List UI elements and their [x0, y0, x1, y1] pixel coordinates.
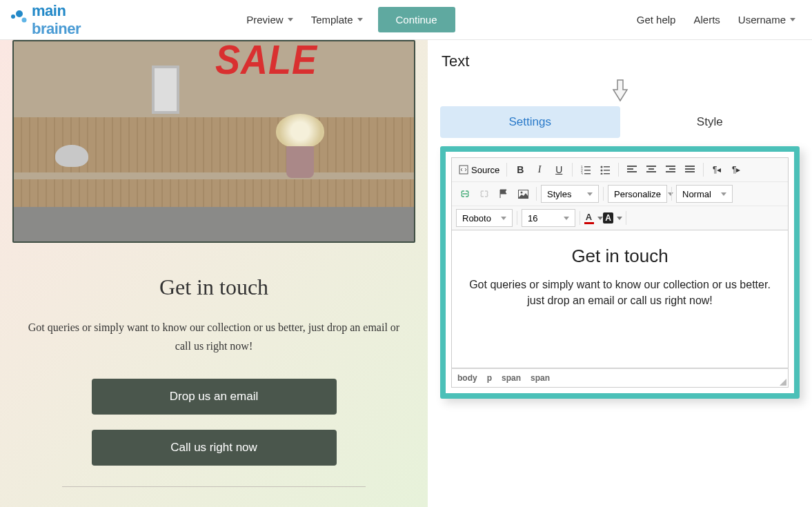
align-center-button[interactable] — [642, 161, 660, 179]
align-center-icon — [646, 166, 656, 174]
tabs: Settings Style — [440, 106, 800, 138]
resize-grip-icon[interactable] — [780, 379, 786, 386]
rtl-button[interactable]: ¶▸ — [727, 161, 745, 179]
font-size-dropdown[interactable]: 16 — [522, 209, 575, 227]
logo-text: mainbrainer — [32, 2, 81, 38]
preview-pane: SALE Get in touch Got queries or simply … — [0, 40, 428, 507]
get-help-link[interactable]: Get help — [637, 14, 676, 26]
alerts-link[interactable]: Alerts — [693, 14, 720, 26]
styles-dropdown[interactable]: Styles — [541, 185, 599, 203]
anchor-button[interactable] — [495, 185, 513, 203]
editor-content[interactable]: Get in touch Got queries or simply want … — [451, 230, 789, 368]
editor-heading: Get in touch — [463, 246, 777, 267]
image-button[interactable] — [514, 185, 532, 203]
template-dropdown[interactable]: Template — [308, 8, 366, 31]
underline-button[interactable]: U — [550, 161, 568, 179]
preview-dropdown[interactable]: Preview — [244, 8, 295, 31]
editor-highlight-frame: Source B I U 123 — [440, 146, 800, 399]
chevron-down-icon — [790, 18, 795, 21]
svg-point-29 — [520, 191, 522, 193]
username-dropdown[interactable]: Username — [738, 14, 795, 26]
svg-rect-22 — [666, 166, 675, 167]
logo[interactable]: mainbrainer — [8, 2, 81, 38]
logo-dots-icon — [8, 10, 28, 30]
main-split: SALE Get in touch Got queries or simply … — [0, 40, 812, 507]
svg-rect-19 — [646, 166, 656, 167]
svg-point-12 — [600, 170, 602, 172]
align-justify-button[interactable] — [681, 161, 699, 179]
svg-rect-15 — [604, 173, 610, 175]
call-button[interactable]: Call us right now — [92, 430, 337, 466]
svg-rect-27 — [685, 171, 695, 172]
svg-rect-26 — [685, 168, 695, 170]
get-in-touch-block: Get in touch Got queries or simply want … — [0, 243, 428, 507]
source-button[interactable]: Source — [456, 165, 502, 175]
unlink-button[interactable] — [475, 185, 493, 203]
svg-point-1 — [16, 10, 23, 17]
svg-text:3: 3 — [581, 172, 583, 175]
divider — [62, 486, 366, 487]
block-format-dropdown[interactable]: Normal — [676, 185, 733, 203]
app-header: mainbrainer Preview Template Continue Ge… — [0, 0, 812, 40]
link-icon — [459, 190, 471, 197]
tab-settings[interactable]: Settings — [440, 106, 620, 138]
svg-rect-16 — [627, 166, 637, 167]
block-title: Get in touch — [21, 275, 407, 300]
nav-center: Preview Template Continue — [81, 7, 618, 32]
ordered-list-icon: 123 — [581, 165, 591, 175]
path-item[interactable]: p — [487, 373, 492, 383]
continue-button[interactable]: Continue — [378, 7, 455, 32]
svg-rect-17 — [627, 168, 633, 170]
inspector-pane: Text Settings Style Source B I U — [428, 40, 812, 507]
align-justify-icon — [685, 166, 695, 174]
path-item[interactable]: span — [502, 373, 521, 383]
svg-rect-9 — [584, 173, 591, 175]
svg-rect-13 — [604, 170, 610, 171]
image-icon — [518, 190, 528, 199]
unlink-icon — [479, 190, 490, 197]
flag-icon — [499, 189, 508, 199]
editor-body: Got queries or simply want to know our c… — [463, 277, 777, 308]
bg-color-button[interactable]: A — [604, 209, 622, 227]
ordered-list-button[interactable]: 123 — [577, 161, 595, 179]
link-button[interactable] — [456, 185, 474, 203]
divider — [618, 10, 619, 30]
path-item[interactable]: span — [531, 373, 550, 383]
italic-button[interactable]: I — [531, 161, 548, 179]
align-right-icon — [666, 166, 675, 174]
sale-text: SALE — [215, 40, 317, 83]
svg-point-0 — [11, 14, 15, 19]
bold-button[interactable]: B — [511, 161, 529, 179]
align-left-icon — [627, 166, 637, 174]
svg-point-14 — [600, 173, 602, 175]
chevron-down-icon — [357, 18, 363, 21]
svg-rect-25 — [685, 166, 695, 167]
svg-rect-7 — [584, 170, 591, 171]
svg-rect-23 — [669, 168, 675, 170]
align-right-button[interactable] — [662, 161, 680, 179]
svg-rect-20 — [648, 168, 654, 170]
ltr-button[interactable]: ¶◂ — [708, 161, 726, 179]
editor-elements-path: body p span span — [451, 368, 789, 388]
align-left-button[interactable] — [623, 161, 641, 179]
email-button[interactable]: Drop us an email — [92, 379, 337, 415]
source-icon — [459, 165, 468, 175]
unordered-list-icon — [600, 165, 611, 175]
tab-style[interactable]: Style — [620, 106, 800, 138]
hero-image: SALE — [14, 41, 414, 241]
panel-title: Text — [440, 40, 800, 79]
text-color-button[interactable]: A — [584, 209, 602, 227]
svg-rect-24 — [666, 171, 675, 172]
svg-point-10 — [600, 166, 602, 168]
svg-point-2 — [22, 17, 27, 22]
path-item[interactable]: body — [457, 373, 477, 383]
svg-rect-18 — [627, 171, 637, 172]
chevron-down-icon — [288, 18, 293, 21]
svg-rect-21 — [646, 171, 656, 172]
block-body: Got queries or simply want to know our c… — [21, 318, 407, 355]
font-family-dropdown[interactable]: Roboto — [456, 209, 513, 227]
arrow-down-icon — [611, 79, 630, 103]
hero-image-frame[interactable]: SALE — [12, 40, 415, 243]
unordered-list-button[interactable] — [596, 161, 614, 179]
personalize-dropdown[interactable]: Personalize — [608, 185, 667, 203]
